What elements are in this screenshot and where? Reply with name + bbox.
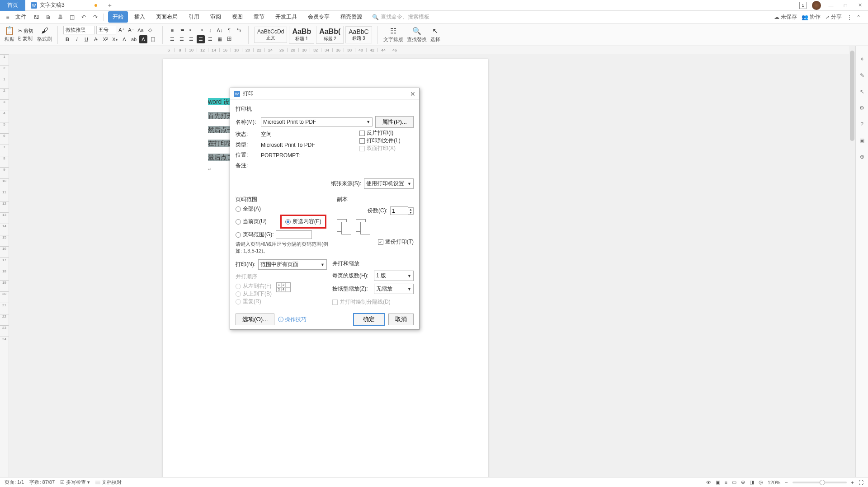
select-button[interactable]: ↖ 选择	[430, 27, 440, 43]
show-marks-icon[interactable]: ¶	[225, 26, 233, 34]
paste-label[interactable]: 粘贴	[5, 36, 14, 42]
bullets-icon[interactable]: ≡	[168, 26, 176, 34]
spin-up-icon[interactable]: ▲	[408, 208, 413, 211]
align-left-icon[interactable]: ☰	[168, 35, 176, 43]
sidebar-select-icon[interactable]: ↖	[858, 88, 866, 96]
tab-sections[interactable]: 章节	[249, 11, 269, 23]
bold-icon[interactable]: B	[63, 35, 71, 43]
para-shading-icon[interactable]: ▦	[216, 35, 224, 43]
undo-icon[interactable]: ↶	[80, 13, 88, 21]
print-icon[interactable]: 🖶	[56, 13, 64, 21]
style-h1[interactable]: AaBb标题 1	[289, 26, 314, 44]
horizontal-ruler[interactable]: 6810121416182022242628303234363840424446	[0, 46, 868, 54]
redo-icon[interactable]: ↷	[91, 13, 99, 21]
italic-icon[interactable]: I	[73, 35, 81, 43]
sidebar-help-icon[interactable]: ?	[858, 120, 866, 128]
view-web-icon[interactable]: ⊕	[741, 479, 745, 485]
sidebar-toolbox-icon[interactable]: ▣	[858, 136, 866, 145]
highlight-icon[interactable]: ab	[130, 35, 138, 43]
zoom-out-button[interactable]: −	[785, 480, 788, 485]
close-button[interactable]: ✕	[855, 1, 864, 10]
superscript-icon[interactable]: X²	[101, 35, 109, 43]
shading-icon[interactable]: A	[139, 35, 147, 43]
tab-icon[interactable]: ⇆	[235, 26, 243, 34]
strike-icon[interactable]: A̶	[92, 35, 100, 43]
unsaved-link[interactable]: ☁未保存	[774, 13, 797, 21]
range-current-radio[interactable]: 当前页(U)	[236, 218, 267, 225]
paper-source-select[interactable]: 使用打印机设置▼	[364, 178, 414, 189]
ok-button[interactable]: 确定	[353, 313, 385, 326]
cut-button[interactable]: ✂剪切	[18, 28, 33, 34]
increase-font-icon[interactable]: A⁺	[118, 26, 126, 34]
dialog-close-button[interactable]: ✕	[410, 90, 415, 98]
paste-icon[interactable]: 📋	[5, 27, 14, 35]
zoom-in-button[interactable]: +	[851, 480, 854, 485]
minimize-button[interactable]: —	[826, 1, 835, 10]
vertical-scrollbar[interactable]	[849, 46, 855, 477]
properties-button[interactable]: 属性(P)...	[375, 116, 414, 128]
indent-dec-icon[interactable]: ⇤	[187, 26, 195, 34]
cancel-button[interactable]: 取消	[388, 314, 414, 325]
file-menu[interactable]: 文件	[14, 13, 28, 21]
new-tab-button[interactable]: +	[103, 2, 117, 9]
find-replace-button[interactable]: 🔍 查找替换	[407, 27, 427, 43]
align-center-icon[interactable]: ☰	[178, 35, 186, 43]
print-what-select[interactable]: 范围中所有页面▼	[258, 259, 327, 270]
more-icon[interactable]: ⋮	[846, 14, 853, 21]
zoom-slider[interactable]	[793, 482, 847, 483]
scale-to-select[interactable]: 无缩放▼	[374, 284, 414, 294]
sidebar-pen-icon[interactable]: ✎	[858, 71, 866, 80]
range-all-radio[interactable]: 全部(A)	[236, 205, 261, 213]
collate-checkbox[interactable]: 逐份打印(T)	[337, 238, 414, 246]
sidebar-settings-icon[interactable]: ⚙	[858, 104, 866, 112]
search-box[interactable]: 🔍 查找命令、搜索模板	[372, 13, 429, 21]
view-page-icon[interactable]: ▣	[716, 479, 720, 485]
view-outline-icon[interactable]: ≡	[725, 480, 727, 485]
tab-insert[interactable]: 插入	[130, 11, 150, 23]
printer-name-select[interactable]: Microsoft Print to PDF▼	[261, 117, 373, 126]
reverse-print-checkbox[interactable]: 反片打印(I)	[359, 129, 414, 137]
view-split-icon[interactable]: ◨	[750, 479, 754, 485]
tips-link[interactable]: i操作技巧	[278, 316, 307, 323]
tab-page-layout[interactable]: 页面布局	[151, 11, 182, 23]
fullscreen-icon[interactable]: ⛶	[859, 480, 863, 485]
copies-spinner[interactable]: ▲▼	[390, 206, 414, 215]
style-h3[interactable]: AaBbC标题 3	[345, 26, 372, 43]
zoom-reset-icon[interactable]: ◎	[759, 479, 763, 485]
spin-down-icon[interactable]: ▼	[408, 211, 413, 214]
tab-review[interactable]: 审阅	[206, 11, 226, 23]
sort-icon[interactable]: A↓	[216, 26, 224, 34]
text-layout-button[interactable]: ☷ 文字排版	[383, 27, 403, 43]
borders-icon[interactable]: 田	[225, 35, 233, 43]
numbering-icon[interactable]: ≔	[178, 26, 186, 34]
decrease-font-icon[interactable]: A⁻	[127, 26, 135, 34]
collapse-ribbon-icon[interactable]: ^	[857, 14, 860, 20]
maximize-button[interactable]: □	[841, 1, 850, 10]
format-brush-group[interactable]: 🖌 格式刷	[37, 27, 52, 42]
range-pages-radio[interactable]: 页码范围(G):	[236, 230, 331, 239]
zoom-value[interactable]: 120%	[768, 480, 780, 485]
styles-gallery[interactable]: AaBbCcDd正文 AaBb标题 1 AaBb(标题 2 AaBbC标题 3	[254, 26, 372, 44]
window-mode-icon[interactable]: 1	[799, 2, 807, 9]
style-body[interactable]: AaBbCcDd正文	[254, 27, 287, 43]
distribute-icon[interactable]: ☰	[206, 35, 214, 43]
spellcheck-toggle[interactable]: ☑ 拼写检查 ▾	[60, 479, 90, 486]
char-border-icon[interactable]: 囗	[149, 35, 157, 43]
print-preview-icon[interactable]: ◫	[68, 13, 76, 21]
eye-icon[interactable]: 👁	[706, 480, 711, 485]
tab-start[interactable]: 开始	[108, 11, 128, 23]
range-selection-radio[interactable]: 所选内容(E)	[285, 218, 321, 225]
tab-references[interactable]: 引用	[184, 11, 204, 23]
subscript-icon[interactable]: X₂	[111, 35, 119, 43]
change-case-icon[interactable]: Aa	[137, 26, 145, 34]
copy-button[interactable]: ⎘复制	[18, 35, 33, 42]
word-count[interactable]: 字数: 87/87	[29, 479, 55, 486]
document-tab[interactable]: W 文字文稿3	[25, 0, 103, 11]
user-avatar[interactable]	[812, 1, 821, 10]
print-to-file-checkbox[interactable]: 打印到文件(L)	[359, 137, 414, 145]
share-link[interactable]: ↗分享	[825, 13, 842, 21]
line-spacing-icon[interactable]: ↕	[206, 26, 214, 34]
indent-inc-icon[interactable]: ⇥	[197, 26, 205, 34]
copies-input[interactable]	[390, 206, 408, 215]
options-button[interactable]: 选项(O)...	[236, 314, 274, 325]
